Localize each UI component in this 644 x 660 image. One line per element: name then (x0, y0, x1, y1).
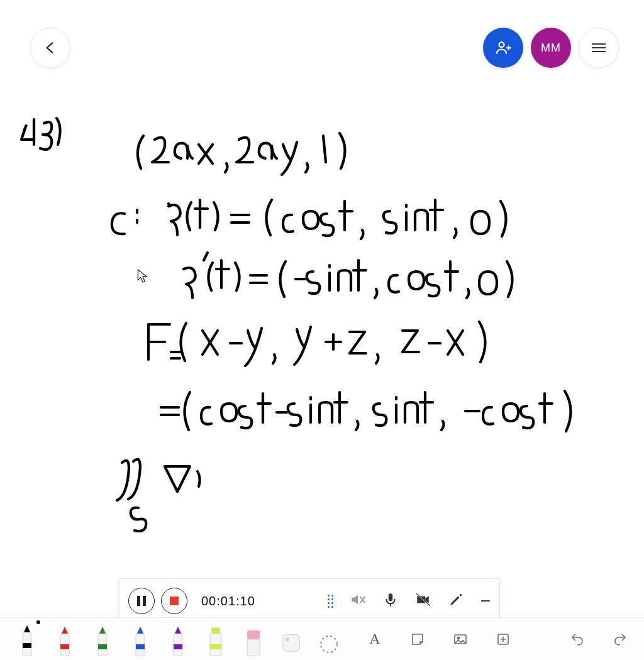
pen-icon (16, 624, 38, 656)
undo-button[interactable] (569, 630, 586, 648)
highlighter-tool[interactable] (204, 623, 228, 656)
svg-point-13 (286, 637, 289, 641)
speaker-mute-icon (350, 591, 366, 608)
pen-red[interactable] (53, 623, 77, 656)
pen-black[interactable] (15, 623, 39, 656)
note-tool[interactable] (409, 630, 426, 648)
add-tool[interactable] (494, 630, 512, 648)
camera-slash-icon (415, 591, 431, 608)
tape-tool[interactable] (279, 623, 303, 656)
eraser-icon (242, 625, 265, 656)
arrow-left-icon (42, 40, 58, 56)
pen-icon (54, 624, 75, 656)
svg-rect-5 (98, 644, 107, 649)
redo-button[interactable] (611, 630, 629, 648)
pen-icon (167, 624, 189, 656)
mouse-cursor-icon (137, 269, 148, 283)
svg-rect-1 (388, 593, 392, 601)
svg-rect-7 (174, 644, 182, 649)
camera-off-button[interactable] (415, 591, 431, 610)
back-button[interactable] (30, 28, 70, 68)
svg-point-2 (460, 594, 462, 596)
avatar-initials-text: MM (541, 41, 561, 55)
svg-rect-12 (283, 634, 300, 651)
pen-purple[interactable] (166, 623, 190, 656)
svg-rect-9 (210, 644, 221, 649)
svg-point-0 (499, 42, 504, 47)
person-plus-icon (494, 38, 513, 57)
pen-green[interactable] (91, 623, 114, 656)
plus-square-icon (496, 632, 511, 647)
tape-icon (279, 628, 303, 656)
image-icon (453, 632, 468, 647)
microphone-icon (382, 591, 399, 608)
selected-dot-icon (36, 620, 40, 624)
svg-point-14 (321, 636, 337, 652)
svg-point-16 (458, 637, 460, 639)
speaker-mute-button[interactable] (350, 591, 366, 610)
stop-icon (170, 597, 179, 605)
pen-icon (92, 624, 113, 656)
redo-icon (613, 632, 628, 647)
pen-blue[interactable] (128, 623, 152, 656)
pause-icon (137, 596, 146, 606)
pause-button[interactable] (128, 588, 155, 614)
user-avatar[interactable]: MM (531, 28, 571, 68)
top-bar: MM (0, 0, 644, 88)
text-tool[interactable]: A (366, 630, 384, 648)
laser-pointer-button[interactable] (448, 591, 464, 610)
highlighter-icon (204, 624, 228, 656)
svg-rect-6 (136, 644, 145, 649)
svg-rect-10 (247, 630, 260, 639)
whiteboard-canvas[interactable] (0, 0, 644, 597)
lasso-tool[interactable] (317, 623, 341, 656)
lasso-icon (318, 633, 340, 656)
undo-icon (570, 632, 585, 647)
drag-handle[interactable] (328, 595, 333, 608)
pen-spark-icon (448, 591, 464, 608)
minimize-button[interactable]: − (480, 591, 491, 611)
svg-rect-3 (23, 643, 31, 648)
add-collaborator-button[interactable] (483, 28, 523, 68)
pen-icon (130, 624, 151, 656)
hamburger-icon (592, 43, 606, 52)
image-tool[interactable] (452, 630, 469, 648)
svg-rect-11 (247, 639, 260, 656)
eraser-tool[interactable] (242, 623, 265, 656)
menu-button[interactable] (579, 28, 619, 68)
tool-tray: A (0, 617, 644, 660)
stop-button[interactable] (161, 588, 187, 614)
sticky-note-icon (410, 632, 425, 647)
microphone-button[interactable] (382, 591, 399, 610)
recording-elapsed: 00:01:10 (201, 594, 255, 608)
svg-rect-4 (60, 644, 69, 649)
handwriting-content (13, 101, 631, 553)
svg-rect-8 (212, 628, 219, 634)
text-tool-label: A (369, 630, 380, 647)
